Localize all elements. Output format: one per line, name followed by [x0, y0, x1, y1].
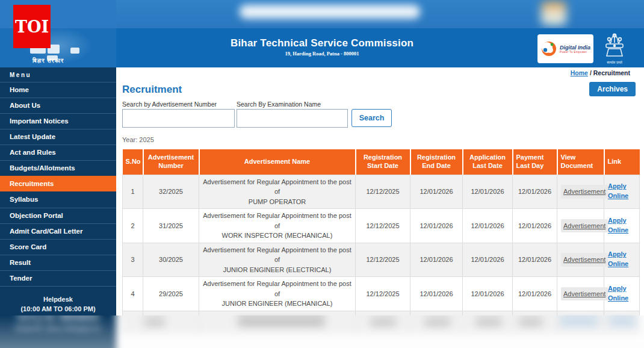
sidebar-item-home[interactable]: Home: [0, 82, 116, 98]
table-row: 1 32/2025 Advertisement for Regular Appo…: [123, 175, 640, 209]
search-exam-name-label: Search By Examination Name: [237, 101, 321, 108]
breadcrumb-home-link[interactable]: Home: [571, 69, 588, 76]
cell-advertisement-number: 29/2025: [143, 277, 199, 311]
sidebar-item-about-us[interactable]: About Us: [0, 98, 116, 113]
cell-link: Apply Online: [604, 175, 640, 209]
cell-application-last: 12/01/2026: [463, 243, 513, 277]
advertisement-document-link[interactable]: Advertisement: [561, 253, 608, 267]
col-registration-start: Registration Start Date: [356, 149, 410, 175]
apply-online-link[interactable]: Apply Online: [608, 216, 633, 235]
cell-sno: 1: [123, 175, 143, 209]
cell-link: Apply Online: [604, 209, 640, 243]
col-registration-end: Registration End Date: [410, 149, 463, 175]
col-sno: S.No: [123, 149, 143, 175]
cell-registration-end: 12/01/2026: [410, 243, 463, 277]
sidebar-item-admit-card-call-letter[interactable]: Admit Card/Call Letter: [0, 223, 116, 239]
ashoka-emblem-icon: [601, 32, 628, 60]
sidebar-item-latest-update[interactable]: Latest Update: [0, 129, 116, 144]
advertisement-name-line2: PUMP OPERATOR: [202, 197, 352, 207]
sidebar-item-important-notices[interactable]: Important Notices: [0, 113, 116, 129]
cell-link: Apply Online: [604, 277, 640, 311]
advertisement-name-line1: Advertisement for Regular Appointment to…: [202, 279, 352, 299]
bihar-sarkar-caption: बिहार सरकार: [0, 57, 96, 64]
menu-heading: Menu: [0, 67, 116, 82]
search-adv-number-label: Search by Advertisement Number: [122, 101, 217, 108]
table-row: 2 31/2025 Advertisement for Regular Appo…: [123, 209, 640, 243]
apply-online-link[interactable]: Apply Online: [608, 250, 633, 269]
blurred-marquee-text: [240, 5, 420, 19]
col-advertisement-name: Advertisement Name: [199, 149, 356, 175]
table-row: 4 29/2025 Advertisement for Regular Appo…: [123, 277, 640, 311]
advertisement-name-line2: WORK INSPECTOR (MECHANICAL): [202, 231, 352, 241]
cell-registration-end: 12/01/2026: [410, 175, 463, 209]
cell-sno: 4: [123, 277, 143, 311]
advertisement-name-line1: Advertisement for Regular Appointment to…: [202, 211, 352, 231]
cell-registration-end: 12/01/2026: [410, 277, 463, 311]
table-row: 3 30/2025 Advertisement for Regular Appo…: [123, 243, 640, 277]
sidebar-item-budgets-allotments[interactable]: Budgets/Allotments: [0, 160, 116, 176]
col-advertisement-number: Advertisement Number: [143, 149, 199, 175]
digital-india-logo: Digital India Power To Empower: [537, 34, 593, 63]
apply-online-link[interactable]: Apply Online: [608, 182, 633, 201]
apply-online-link[interactable]: Apply Online: [608, 284, 633, 303]
cell-advertisement-name: Advertisement for Regular Appointment to…: [199, 209, 356, 243]
search-adv-number-input[interactable]: [122, 109, 235, 128]
page-title: Recruitment: [122, 84, 182, 96]
digital-india-text: Digital India Power To Empower: [560, 45, 590, 54]
cell-registration-start: 12/12/2025: [356, 175, 410, 209]
blurred-top-right-logo: [541, 1, 566, 25]
national-emblem: सत्यमेव जयते: [600, 32, 629, 66]
toi-watermark-logo: TOI: [13, 5, 51, 48]
cell-view-document: Advertisement: [557, 175, 604, 209]
menu-divider: [0, 286, 116, 287]
cell-registration-start: 12/12/2025: [356, 209, 410, 243]
sidebar-item-syllabus[interactable]: Syllabus: [0, 191, 116, 207]
sidebar-item-recruitments[interactable]: Recruitments: [0, 176, 116, 191]
sidebar-item-objection-portal[interactable]: Objection Portal: [0, 208, 116, 223]
bottom-blur-overlay: [0, 315, 644, 348]
cell-advertisement-name: Advertisement for Regular Appointment to…: [199, 277, 356, 311]
cell-payment-last: 12/01/2026: [513, 277, 557, 311]
cell-advertisement-number: 31/2025: [143, 209, 199, 243]
advertisement-document-link[interactable]: Advertisement: [561, 185, 608, 199]
sidebar-item-score-card[interactable]: Score Card: [0, 239, 116, 255]
sidebar-item-tender[interactable]: Tender: [0, 270, 116, 286]
cell-payment-last: 12/01/2026: [513, 175, 557, 209]
cell-application-last: 12/01/2026: [463, 175, 513, 209]
sidebar-item-act-and-rules[interactable]: Act and Rules: [0, 144, 116, 160]
digital-india-tagline: Power To Empower: [560, 51, 590, 54]
search-exam-name-input[interactable]: [237, 109, 348, 128]
advertisement-name-line2: JUNIOR ENGINEER (ELECTRICAL): [202, 265, 352, 275]
col-application-last: Application Last Date: [463, 149, 513, 175]
cell-registration-end: 12/01/2026: [410, 209, 463, 243]
cell-registration-start: 12/12/2025: [356, 277, 410, 311]
cell-view-document: Advertisement: [557, 277, 604, 311]
cell-advertisement-number: 32/2025: [143, 175, 199, 209]
browser-viewport: Bihar Technical Service Commission 19, H…: [0, 0, 644, 348]
helpdesk-hours: (10:00 AM TO 06:00 PM): [0, 305, 116, 313]
recruitment-table-wrap: S.No Advertisement Number Advertisement …: [122, 149, 639, 335]
cell-sno: 2: [123, 209, 143, 243]
sidebar-nav: Menu HomeAbout UsImportant NoticesLatest…: [0, 67, 116, 348]
cell-advertisement-number: 30/2025: [143, 243, 199, 277]
archives-button[interactable]: Archives: [589, 82, 636, 96]
breadcrumb-separator: /: [590, 69, 592, 76]
breadcrumb-current: Recruitment: [593, 69, 630, 76]
advertisement-document-link[interactable]: Advertisement: [561, 219, 608, 233]
advertisement-document-link[interactable]: Advertisement: [561, 287, 608, 301]
cell-advertisement-name: Advertisement for Regular Appointment to…: [199, 175, 356, 209]
digital-india-swirl-icon: [540, 39, 558, 59]
cell-link: Apply Online: [604, 243, 640, 277]
advertisement-name-line2: JUNIOR ENGINEER (MECHANICAL): [202, 299, 352, 309]
cell-application-last: 12/01/2026: [463, 277, 513, 311]
year-label: Year: 2025: [122, 136, 154, 143]
search-button[interactable]: Search: [351, 109, 392, 127]
sidebar-item-result[interactable]: Result: [0, 255, 116, 270]
satyameva-jayate-caption: सत्यमेव जयते: [600, 61, 629, 65]
table-header-row: S.No Advertisement Number Advertisement …: [123, 149, 640, 175]
cell-view-document: Advertisement: [557, 243, 604, 277]
cell-registration-start: 12/12/2025: [356, 243, 410, 277]
breadcrumb: Home / Recruitment: [571, 69, 630, 76]
advertisement-name-line1: Advertisement for Regular Appointment to…: [202, 245, 352, 265]
cell-view-document: Advertisement: [557, 209, 604, 243]
